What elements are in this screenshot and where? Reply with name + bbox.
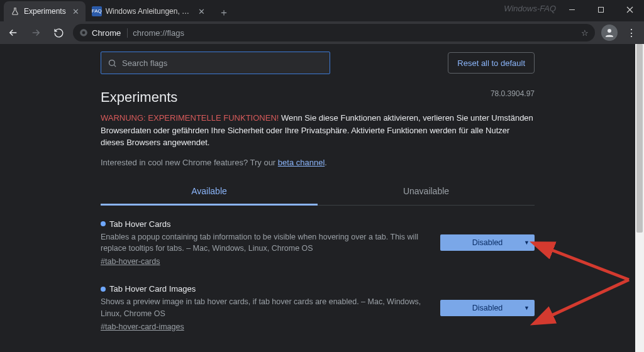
header-row: Experiments 78.0.3904.97 xyxy=(101,89,535,106)
flask-icon xyxy=(10,6,20,16)
scrollbar-thumb[interactable] xyxy=(636,44,643,233)
flag-title: Tab Hover Card Images xyxy=(101,284,430,294)
caret-down-icon: ▼ xyxy=(524,305,530,311)
profile-button[interactable] xyxy=(601,25,618,41)
watermark-text: Windows-FAQ xyxy=(504,4,556,13)
page-viewport: Reset all to default Experiments 78.0.39… xyxy=(0,44,635,352)
window-close-button[interactable] xyxy=(615,0,644,19)
tab-title: Windows Anleitungen, Tipps & T xyxy=(106,7,192,16)
maximize-button[interactable] xyxy=(586,0,615,19)
beta-text: Interested in cool new Chrome features? … xyxy=(101,158,535,167)
flag-description: Shows a preview image in tab hover cards… xyxy=(101,296,430,320)
warning-label: WARNUNG: EXPERIMENTELLE FUNKTIONEN! xyxy=(101,113,279,123)
back-button[interactable] xyxy=(5,25,21,41)
kebab-menu-button[interactable]: ⋮ xyxy=(624,27,639,39)
version-text: 78.0.3904.97 xyxy=(491,89,535,98)
flags-page: Reset all to default Experiments 78.0.39… xyxy=(101,44,535,336)
flag-value-select[interactable]: Disabled ▼ xyxy=(440,234,535,251)
flag-value-select[interactable]: Disabled ▼ xyxy=(440,300,535,316)
status-dot-icon xyxy=(101,221,106,226)
flag-title: Tab Hover Cards xyxy=(101,219,430,229)
tabstrip: Experiments ✕ FAQ Windows Anleitungen, T… xyxy=(0,0,233,21)
chip-label: Chrome xyxy=(92,28,121,38)
bookmark-star-icon[interactable]: ☆ xyxy=(581,28,589,38)
favicon-icon: FAQ xyxy=(92,6,102,16)
reload-button[interactable] xyxy=(50,25,67,41)
page-title: Experiments xyxy=(101,89,535,106)
warning-text: WARNUNG: EXPERIMENTELLE FUNKTIONEN! Wenn… xyxy=(101,112,535,149)
svg-point-6 xyxy=(608,29,611,33)
svg-line-8 xyxy=(114,65,116,67)
forward-button[interactable] xyxy=(28,25,44,41)
tab-title: Experiments xyxy=(24,7,66,16)
flag-description: Enables a popup containing tab informati… xyxy=(101,231,430,255)
flag-row: Tab Hover Cards Enables a popup containi… xyxy=(101,206,535,271)
window-controls xyxy=(557,0,644,19)
browser-tab[interactable]: FAQ Windows Anleitungen, Tipps & T ✕ xyxy=(86,1,211,21)
flag-anchor-link[interactable]: #tab-hover-card-images xyxy=(101,322,184,331)
close-icon[interactable]: ✕ xyxy=(72,7,79,16)
close-icon[interactable]: ✕ xyxy=(198,7,205,16)
svg-point-5 xyxy=(82,31,86,35)
svg-point-7 xyxy=(109,60,115,65)
minimize-button[interactable] xyxy=(557,0,586,19)
vertical-scrollbar[interactable] xyxy=(635,44,644,352)
new-tab-button[interactable]: ＋ xyxy=(215,4,233,21)
toolbar: Chrome chrome://flags ☆ ⋮ xyxy=(0,21,644,44)
caret-down-icon: ▼ xyxy=(524,239,530,246)
browser-tab[interactable]: Experiments ✕ xyxy=(4,1,86,21)
app-window: Experiments ✕ FAQ Windows Anleitungen, T… xyxy=(0,0,644,352)
tab-unavailable[interactable]: Unavailable xyxy=(318,179,535,205)
status-dot-icon xyxy=(101,287,106,292)
search-input[interactable] xyxy=(122,58,323,68)
omnibox[interactable]: Chrome chrome://flags ☆ xyxy=(73,24,595,41)
chrome-icon xyxy=(79,28,88,37)
url-text: chrome://flags xyxy=(133,28,184,38)
titlebar: Experiments ✕ FAQ Windows Anleitungen, T… xyxy=(0,0,644,21)
search-icon xyxy=(108,58,117,68)
search-flags-box[interactable] xyxy=(101,52,330,74)
flag-anchor-link[interactable]: #tab-hover-cards xyxy=(101,257,160,266)
tab-available[interactable]: Available xyxy=(101,179,318,206)
top-row: Reset all to default xyxy=(101,52,535,74)
svg-rect-1 xyxy=(598,7,603,12)
flags-tabs: Available Unavailable xyxy=(101,179,535,206)
site-chip: Chrome xyxy=(79,28,128,38)
beta-channel-link[interactable]: beta channel xyxy=(278,158,325,167)
reset-all-button[interactable]: Reset all to default xyxy=(448,52,535,74)
flag-row: Tab Hover Card Images Shows a preview im… xyxy=(101,270,535,336)
